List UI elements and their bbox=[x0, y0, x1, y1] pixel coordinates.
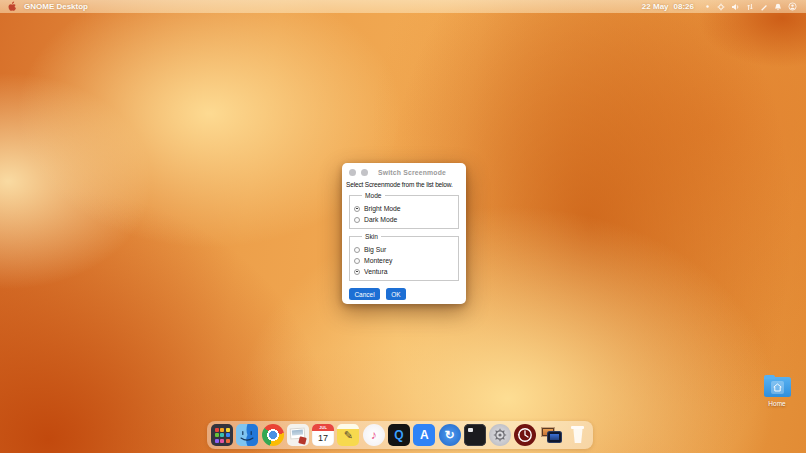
terminal-icon[interactable] bbox=[464, 424, 486, 446]
dialog-instruction: Select Screenmode from the list below. bbox=[346, 181, 463, 188]
radio-label: Dark Mode bbox=[364, 216, 397, 223]
app-store-a-glyph: A bbox=[420, 428, 429, 442]
radio-bright-mode[interactable]: Bright Mode bbox=[354, 203, 453, 214]
clock-time: 08:26 bbox=[674, 2, 694, 11]
switch-screenmode-dialog: Switch Screenmode Select Screenmode from… bbox=[342, 163, 466, 304]
active-app-name[interactable]: GNOME Desktop bbox=[24, 2, 88, 11]
home-folder-shortcut[interactable]: Home bbox=[758, 377, 796, 407]
user-account-icon[interactable] bbox=[788, 2, 797, 11]
clock-date: 22 May bbox=[642, 2, 669, 11]
app-store-icon[interactable]: A bbox=[413, 424, 435, 446]
software-update-icon[interactable]: ↻ bbox=[439, 424, 461, 446]
menubar-status-area bbox=[704, 2, 797, 11]
dialog-buttons: Cancel OK bbox=[349, 288, 466, 300]
radio-ventura[interactable]: Ventura bbox=[354, 266, 453, 277]
ok-button[interactable]: OK bbox=[386, 288, 406, 300]
dialog-title: Switch Screenmode bbox=[378, 169, 446, 176]
pen-icon[interactable] bbox=[760, 3, 768, 11]
quicktime-q-glyph: Q bbox=[394, 428, 403, 442]
calendar-month: JUL bbox=[312, 424, 334, 431]
window-close-button[interactable] bbox=[349, 169, 356, 176]
finder-icon[interactable] bbox=[236, 424, 258, 446]
music-icon[interactable]: ♪ bbox=[363, 424, 385, 446]
home-shortcut-label: Home bbox=[758, 400, 796, 407]
dialog-titlebar[interactable]: Switch Screenmode bbox=[342, 163, 466, 177]
dock: JUL 17 ✎ ♪ Q A ↻ bbox=[207, 421, 593, 449]
settings-icon[interactable] bbox=[489, 424, 511, 446]
app-grid-icon[interactable] bbox=[211, 424, 233, 446]
settings-gear-icon bbox=[493, 428, 507, 442]
refresh-arrows-glyph: ↻ bbox=[445, 429, 455, 441]
image-viewer-icon[interactable] bbox=[287, 424, 309, 446]
apple-logo-icon[interactable] bbox=[8, 1, 17, 12]
window-minimize-button[interactable] bbox=[361, 169, 368, 176]
mode-group: Mode Bright Mode Dark Mode bbox=[349, 195, 459, 229]
radio-button[interactable] bbox=[354, 269, 360, 275]
calendar-day: 17 bbox=[312, 431, 334, 446]
displays-icon[interactable] bbox=[540, 424, 562, 446]
quicktime-icon[interactable]: Q bbox=[388, 424, 410, 446]
radio-button[interactable] bbox=[354, 247, 360, 253]
radio-button[interactable] bbox=[354, 258, 360, 264]
notes-icon[interactable]: ✎ bbox=[337, 424, 359, 446]
radio-button[interactable] bbox=[354, 217, 360, 223]
radio-monterey[interactable]: Monterey bbox=[354, 255, 453, 266]
cancel-button[interactable]: Cancel bbox=[349, 288, 380, 300]
menubar-clock[interactable]: 22 May 08:26 bbox=[642, 2, 694, 11]
house-icon bbox=[771, 381, 784, 394]
music-note-glyph: ♪ bbox=[371, 428, 377, 442]
volume-icon[interactable] bbox=[731, 3, 740, 11]
desktop: GNOME Desktop 22 May 08:26 Switch Screen… bbox=[0, 0, 806, 453]
radio-button[interactable] bbox=[354, 206, 360, 212]
gear-icon[interactable] bbox=[717, 3, 725, 11]
time-machine-icon[interactable] bbox=[514, 424, 536, 446]
radio-dark-mode[interactable]: Dark Mode bbox=[354, 214, 453, 225]
folder-icon[interactable] bbox=[764, 377, 791, 397]
radio-label: Ventura bbox=[364, 268, 387, 275]
bell-icon[interactable] bbox=[774, 3, 782, 11]
trash-icon[interactable] bbox=[567, 424, 589, 446]
calendar-icon[interactable]: JUL 17 bbox=[312, 424, 334, 446]
status-dot-icon[interactable] bbox=[704, 3, 711, 10]
menubar: GNOME Desktop 22 May 08:26 bbox=[0, 0, 806, 13]
radio-big-sur[interactable]: Big Sur bbox=[354, 244, 453, 255]
radio-label: Big Sur bbox=[364, 246, 386, 253]
mode-group-label: Mode bbox=[362, 192, 385, 199]
radio-label: Monterey bbox=[364, 257, 392, 264]
pencil-glyph: ✎ bbox=[344, 429, 353, 442]
radio-label: Bright Mode bbox=[364, 205, 401, 212]
skin-group-label: Skin bbox=[362, 233, 381, 240]
skin-group: Skin Big Sur Monterey Ventura bbox=[349, 236, 459, 281]
network-icon[interactable] bbox=[746, 3, 754, 11]
chrome-icon[interactable] bbox=[262, 424, 284, 446]
